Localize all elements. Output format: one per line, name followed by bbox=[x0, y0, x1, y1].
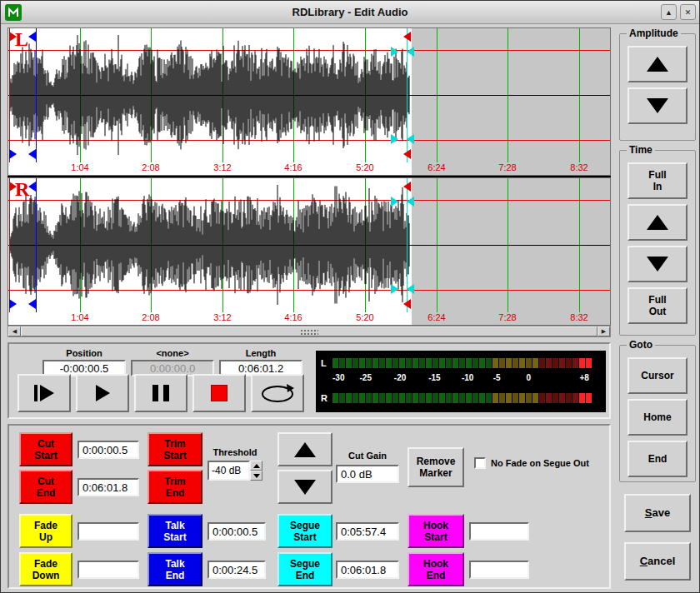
meter-segment bbox=[506, 393, 512, 403]
gain-down-button[interactable] bbox=[278, 470, 332, 504]
segue-start-marker[interactable] bbox=[391, 134, 398, 144]
close-icon[interactable]: ✕ bbox=[680, 4, 696, 20]
cut-gain-field[interactable]: 0.0 dB bbox=[336, 465, 399, 483]
cut-start-button[interactable]: Cut Start bbox=[19, 432, 72, 466]
threshold-spinbox[interactable]: -40 dB bbox=[208, 461, 262, 481]
segue-end-marker[interactable] bbox=[407, 197, 414, 207]
gain-up-button[interactable] bbox=[278, 432, 332, 466]
segue-start-button[interactable]: Segue Start bbox=[278, 514, 332, 548]
talk-end-button[interactable]: Talk End bbox=[148, 552, 202, 586]
cut-end-button[interactable]: Cut End bbox=[19, 470, 72, 504]
talk-end-line[interactable] bbox=[36, 28, 37, 162]
waveform-left-display[interactable]: L 1:042:083:124:165:206:247:288:32 bbox=[8, 27, 611, 176]
scroll-left-icon[interactable]: ◀ bbox=[8, 326, 21, 336]
hook-end-field[interactable] bbox=[469, 561, 529, 579]
threshold-value[interactable]: -40 dB bbox=[208, 461, 250, 481]
amplitude-group-label: Amplitude bbox=[627, 27, 681, 39]
time-label: 7:28 bbox=[496, 162, 519, 172]
meter-segment bbox=[392, 358, 398, 368]
time-zoom-out-button[interactable] bbox=[628, 246, 688, 282]
shade-window-icon[interactable]: ▲ bbox=[661, 4, 677, 20]
segue-start-field[interactable]: 0:05:57.4 bbox=[336, 522, 399, 541]
play-from-start-button[interactable] bbox=[18, 374, 71, 412]
segue-start-marker[interactable] bbox=[391, 197, 398, 207]
threshold-down-icon[interactable] bbox=[250, 471, 262, 481]
cut-end-marker[interactable] bbox=[403, 32, 411, 42]
talk-end-marker[interactable] bbox=[28, 182, 36, 192]
talk-start-marker[interactable] bbox=[9, 299, 17, 309]
talk-start-field[interactable]: 0:00:00.5 bbox=[208, 522, 266, 541]
cancel-button[interactable]: Cancel bbox=[624, 542, 691, 581]
cut-end-marker[interactable] bbox=[403, 299, 411, 309]
meter-segment bbox=[439, 358, 445, 368]
no-fade-checkbox[interactable] bbox=[474, 457, 486, 469]
goto-cursor-button[interactable]: Cursor bbox=[628, 357, 688, 394]
pause-button[interactable] bbox=[134, 374, 188, 412]
talk-end-marker[interactable] bbox=[28, 299, 36, 309]
talk-end-field[interactable]: 0:00:24.5 bbox=[208, 561, 266, 579]
full-out-button[interactable]: Full Out bbox=[628, 287, 688, 324]
meter-segment bbox=[526, 358, 532, 368]
segue-end-marker[interactable] bbox=[407, 284, 414, 294]
meter-segment bbox=[566, 393, 572, 403]
time-zoom-in-button[interactable] bbox=[628, 204, 688, 241]
hook-start-field[interactable] bbox=[469, 522, 529, 541]
time-group-label: Time bbox=[627, 144, 655, 156]
fade-up-button[interactable]: Fade Up bbox=[19, 514, 72, 548]
trim-end-button[interactable]: Trim End bbox=[148, 470, 202, 504]
segue-start-marker[interactable] bbox=[391, 284, 398, 294]
segue-start-marker[interactable] bbox=[391, 47, 398, 57]
waveform-trace bbox=[8, 28, 610, 162]
amplitude-down-button[interactable] bbox=[628, 87, 688, 124]
meter-segment bbox=[486, 358, 492, 368]
scrollbar-thumb[interactable] bbox=[21, 326, 598, 336]
meter-segment bbox=[472, 358, 478, 368]
left-channel-label: L bbox=[15, 28, 28, 51]
meter-segment bbox=[552, 358, 558, 368]
fade-down-field[interactable] bbox=[78, 561, 139, 579]
cut-start-line[interactable] bbox=[9, 178, 10, 312]
cut-start-line[interactable] bbox=[9, 28, 10, 162]
time-label: 6:24 bbox=[425, 162, 448, 172]
remove-marker-button[interactable]: Remove Marker bbox=[408, 447, 464, 487]
stop-button[interactable] bbox=[192, 374, 246, 412]
hook-end-button[interactable]: Hook End bbox=[408, 552, 464, 586]
goto-end-button[interactable]: End bbox=[628, 441, 688, 477]
scroll-right-icon[interactable]: ▶ bbox=[598, 326, 610, 336]
talk-start-marker[interactable] bbox=[9, 149, 17, 159]
time-label: 1:04 bbox=[68, 162, 92, 172]
meter-segment bbox=[352, 358, 358, 368]
segue-end-field[interactable]: 0:06:01.8 bbox=[336, 561, 399, 579]
meter-segment bbox=[459, 358, 465, 368]
save-button[interactable]: Save bbox=[624, 494, 691, 532]
play-button[interactable] bbox=[76, 374, 129, 412]
audio-level-meter: L -30-25-20-15-10-50+8 R bbox=[316, 351, 606, 412]
trim-start-button[interactable]: Trim Start bbox=[148, 432, 202, 466]
cut-start-field[interactable]: 0:00:00.5 bbox=[78, 441, 139, 459]
up-arrow-icon bbox=[294, 442, 316, 457]
cut-end-field[interactable]: 0:06:01.8 bbox=[78, 478, 139, 496]
talk-end-marker[interactable] bbox=[28, 32, 36, 42]
cut-end-marker[interactable] bbox=[403, 182, 411, 192]
talk-end-marker[interactable] bbox=[28, 149, 36, 159]
waveform-scrollbar[interactable]: ◀ ▶ bbox=[8, 326, 611, 337]
loop-button[interactable] bbox=[251, 374, 304, 412]
waveform-right-display[interactable]: R 1:042:083:124:165:206:247:288:32 bbox=[8, 177, 611, 326]
meter-segment bbox=[579, 358, 585, 368]
talk-start-button[interactable]: Talk Start bbox=[148, 514, 202, 548]
amplitude-up-button[interactable] bbox=[628, 46, 688, 82]
segue-end-marker[interactable] bbox=[407, 134, 414, 144]
meter-segment bbox=[559, 393, 565, 403]
threshold-up-icon[interactable] bbox=[250, 461, 262, 471]
meter-segment bbox=[546, 358, 552, 368]
fade-up-field[interactable] bbox=[78, 522, 139, 541]
cut-end-marker[interactable] bbox=[403, 149, 411, 159]
segue-end-marker[interactable] bbox=[407, 47, 414, 57]
fade-down-button[interactable]: Fade Down bbox=[19, 552, 72, 586]
goto-home-button[interactable]: Home bbox=[628, 399, 688, 436]
talk-end-line[interactable] bbox=[36, 178, 37, 312]
app-logo-icon[interactable] bbox=[5, 4, 22, 21]
hook-start-button[interactable]: Hook Start bbox=[408, 514, 464, 548]
full-in-button[interactable]: Full In bbox=[628, 162, 688, 199]
segue-end-button[interactable]: Segue End bbox=[278, 552, 332, 586]
